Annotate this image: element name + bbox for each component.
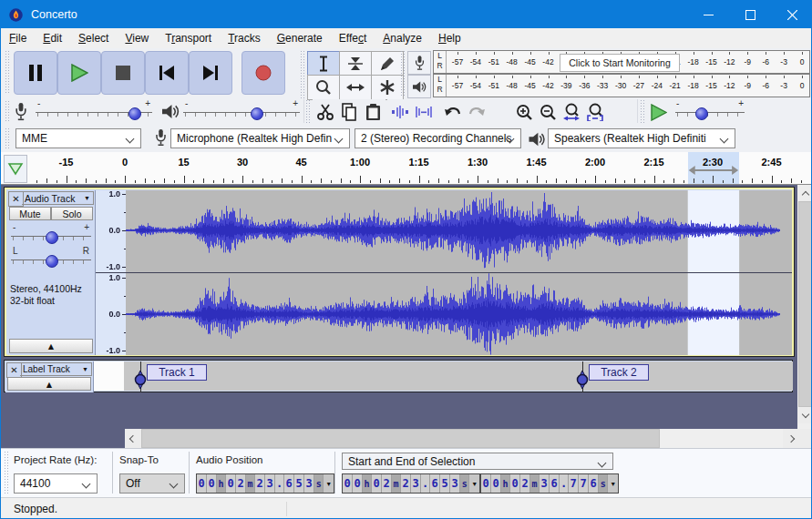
- play-speed-slider[interactable]: - +: [675, 99, 745, 123]
- time-digit-cell[interactable]: 6: [284, 474, 294, 493]
- close-button[interactable]: [771, 1, 812, 28]
- record-button[interactable]: [242, 51, 285, 95]
- time-unit-cell[interactable]: s: [460, 474, 469, 493]
- input-device-select[interactable]: Microphone (Realtek High Defini: [170, 128, 350, 148]
- menu-view[interactable]: View: [117, 29, 157, 47]
- time-digit-cell[interactable]: 3: [411, 474, 421, 493]
- draw-tool-button[interactable]: [371, 51, 404, 76]
- playback-meter[interactable]: L R -57-54-51-48-45-42-39-36-33-30-27-24…: [433, 74, 810, 97]
- menu-help[interactable]: Help: [430, 29, 469, 47]
- input-channels-select[interactable]: 2 (Stereo) Recording Channels: [355, 128, 521, 148]
- multi-tool-button[interactable]: [371, 75, 404, 100]
- time-format-dropdown[interactable]: ▼: [324, 474, 334, 493]
- skip-to-end-button[interactable]: [189, 51, 232, 95]
- stop-button[interactable]: [101, 51, 145, 95]
- time-digit-cell[interactable]: 2: [401, 474, 411, 493]
- device-toolbar-gripper[interactable]: [5, 128, 10, 148]
- redo-button[interactable]: [464, 99, 489, 125]
- fit-project-button[interactable]: [582, 99, 608, 125]
- time-digit-cell[interactable]: 5: [294, 474, 304, 493]
- selection-mode-select[interactable]: Start and End of Selection: [342, 453, 613, 470]
- maximize-button[interactable]: [729, 1, 771, 28]
- time-digit-cell[interactable]: 3: [540, 474, 550, 493]
- timeline-ruler[interactable]: -1501530451:001:151:301:452:002:152:302:…: [1, 152, 811, 185]
- label-text-box[interactable]: Track 2: [589, 364, 649, 381]
- recording-volume-slider[interactable]: - +: [36, 99, 152, 123]
- time-digit-cell[interactable]: 0: [510, 474, 520, 493]
- copy-button[interactable]: [336, 99, 362, 125]
- track-workspace[interactable]: ✕ Audio Track ▼ Mute Solo - + L: [1, 185, 811, 448]
- time-digit-cell[interactable]: 2: [255, 474, 265, 493]
- time-digit-cell[interactable]: .: [275, 474, 284, 493]
- time-digit-cell[interactable]: 3: [304, 474, 314, 493]
- time-digit-cell[interactable]: 5: [440, 474, 450, 493]
- quick-play-button[interactable]: [4, 155, 27, 183]
- pan-slider[interactable]: L R: [11, 247, 91, 270]
- time-digit-cell[interactable]: .: [421, 474, 430, 493]
- scroll-up-button[interactable]: [797, 185, 812, 201]
- transport-toolbar-gripper[interactable]: [5, 51, 10, 93]
- zoom-out-button[interactable]: [535, 99, 560, 125]
- output-device-select[interactable]: Speakers (Realtek High Definiti: [548, 128, 735, 148]
- time-digit-cell[interactable]: 0: [207, 474, 217, 493]
- label-text-box[interactable]: Track 1: [147, 364, 207, 381]
- time-digit-cell[interactable]: 2: [236, 474, 246, 493]
- recording-meter[interactable]: L R Click to Start Monitoring -57-54-51-…: [433, 50, 810, 74]
- rec-vol-thumb[interactable]: [128, 107, 141, 120]
- time-unit-cell[interactable]: s: [599, 474, 608, 493]
- time-digit-cell[interactable]: 3: [265, 474, 275, 493]
- time-unit-cell[interactable]: m: [392, 474, 401, 493]
- selection-toolbar-gripper[interactable]: [4, 452, 9, 494]
- speed-thumb[interactable]: [695, 107, 708, 120]
- menu-edit[interactable]: Edit: [35, 29, 70, 47]
- silence-audio-button[interactable]: [411, 99, 437, 125]
- time-unit-cell[interactable]: m: [246, 474, 255, 493]
- record-meter-mic-button[interactable]: [407, 51, 431, 75]
- minimize-button[interactable]: [687, 1, 729, 28]
- menu-effect[interactable]: Effect: [331, 29, 375, 47]
- menu-file[interactable]: File: [1, 29, 35, 47]
- trim-audio-button[interactable]: [387, 99, 413, 125]
- time-digit-cell[interactable]: 6: [430, 474, 440, 493]
- scroll-down-button[interactable]: [797, 407, 812, 423]
- play-vol-thumb[interactable]: [251, 107, 263, 120]
- selection-end-field[interactable]: 00h02m36.776s▼: [480, 473, 619, 494]
- edit-toolbar-gripper[interactable]: [305, 100, 311, 123]
- menu-select[interactable]: Select: [70, 29, 117, 47]
- project-rate-select[interactable]: 44100: [14, 473, 98, 494]
- label-track-data-area[interactable]: [124, 361, 793, 391]
- playback-volume-slider[interactable]: - +: [183, 99, 300, 123]
- zoom-tool-button[interactable]: [307, 75, 340, 100]
- mute-button[interactable]: Mute: [9, 207, 51, 220]
- time-digit-cell[interactable]: 0: [197, 474, 207, 493]
- time-unit-cell[interactable]: m: [530, 474, 540, 493]
- waveform-area[interactable]: [126, 190, 792, 355]
- play-at-speed-button[interactable]: [646, 99, 672, 125]
- time-digit-cell[interactable]: 0: [353, 474, 363, 493]
- snap-to-select[interactable]: Off: [119, 473, 185, 494]
- time-digit-cell[interactable]: 0: [491, 474, 501, 493]
- time-unit-cell[interactable]: h: [217, 474, 226, 493]
- solo-button[interactable]: Solo: [51, 207, 93, 220]
- play-button[interactable]: [57, 51, 101, 95]
- label-track-collapse-button[interactable]: ▲: [7, 377, 91, 391]
- time-digit-cell[interactable]: 0: [343, 474, 353, 493]
- time-digit-cell[interactable]: 0: [372, 474, 382, 493]
- time-digit-cell[interactable]: 0: [226, 474, 236, 493]
- vertical-scrollbar[interactable]: [797, 185, 812, 429]
- audio-position-field[interactable]: 00h02m23.653s▼: [196, 473, 334, 494]
- horizontal-scroll-thumb[interactable]: [141, 429, 660, 448]
- label-track[interactable]: ✕ Label Track ▼ ▲ Track 1Track 2: [4, 360, 793, 392]
- vertical-scale-ruler[interactable]: [96, 190, 126, 355]
- horizontal-scrollbar[interactable]: [125, 429, 799, 448]
- time-unit-cell[interactable]: s: [314, 474, 324, 493]
- time-digit-cell[interactable]: 6: [550, 474, 560, 493]
- time-digit-cell[interactable]: 7: [579, 474, 589, 493]
- time-digit-cell[interactable]: 0: [481, 474, 491, 493]
- audio-track[interactable]: ✕ Audio Track ▼ Mute Solo - + L: [4, 187, 795, 357]
- time-unit-cell[interactable]: h: [363, 474, 372, 493]
- menu-tracks[interactable]: Tracks: [220, 29, 269, 47]
- zoom-in-button[interactable]: [511, 99, 537, 125]
- time-unit-cell[interactable]: h: [501, 474, 510, 493]
- envelope-tool-button[interactable]: [339, 51, 372, 76]
